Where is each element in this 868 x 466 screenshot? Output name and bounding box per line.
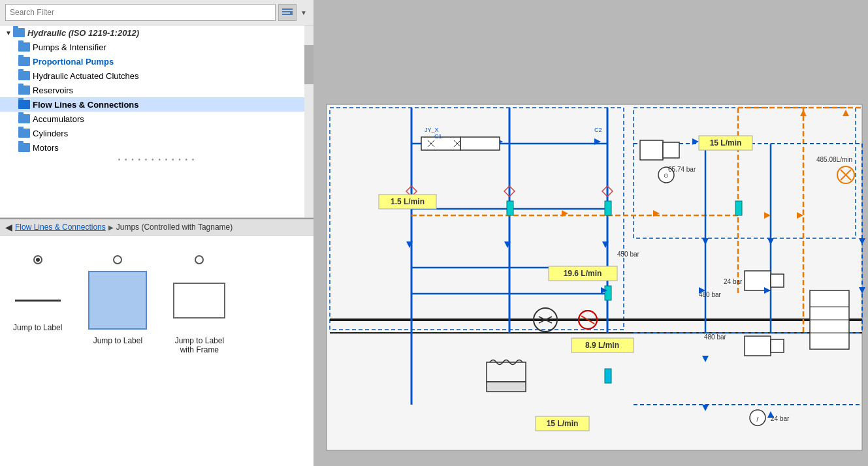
- svg-rect-73: [771, 274, 784, 287]
- dropdown-arrow[interactable]: ▼: [299, 4, 308, 21]
- svg-text:8.9 L/min: 8.9 L/min: [585, 341, 619, 350]
- symbol-blue-shape: [88, 271, 147, 330]
- symbol-item-line[interactable]: Jump to Label: [13, 255, 62, 332]
- svg-text:1.5 L/min: 1.5 L/min: [391, 197, 425, 206]
- svg-rect-41: [460, 137, 500, 150]
- right-panel: ⊙ ƒ JY_X C1 C2 1.5 L/min 15 L/min: [313, 0, 868, 466]
- svg-rect-51: [507, 201, 513, 215]
- diagram-svg: ⊙ ƒ JY_X C1 C2 1.5 L/min 15 L/min: [313, 0, 868, 466]
- svg-text:ƒ: ƒ: [756, 416, 759, 422]
- folder-icon-clutches: [18, 70, 30, 81]
- tree-root-label: Hydraulic (ISO 1219-1:2012): [27, 28, 139, 38]
- symbol-empty-shape: [173, 283, 225, 318]
- svg-text:⊙: ⊙: [664, 172, 669, 179]
- tree-item-accumulators[interactable]: Accumulators: [0, 112, 313, 126]
- breadcrumb-part2: Jumps (Controlled with Tagname): [116, 223, 233, 232]
- tree-item-label: Flow Lines & Connections: [33, 100, 139, 110]
- tree-item-cylinders[interactable]: Cylinders: [0, 126, 313, 140]
- tree-item-label: Hydraulic Actuated Clutches: [33, 71, 139, 81]
- svg-rect-74: [745, 336, 771, 356]
- folder-icon-proportional: [18, 56, 30, 67]
- svg-rect-54: [605, 286, 611, 300]
- breadcrumb-sep: ▶: [108, 224, 114, 231]
- scrollbar-thumb[interactable]: [304, 45, 313, 84]
- svg-rect-53: [735, 201, 742, 215]
- symbol-line-shape: [15, 300, 61, 302]
- tree-area: ▼ Hydraulic (ISO 1219-1:2012) Pumps & In…: [0, 25, 313, 218]
- tree-item-clutches[interactable]: Hydraulic Actuated Clutches: [0, 69, 313, 83]
- symbol-label-line: Jump to Label: [13, 323, 62, 332]
- svg-text:15 L/min: 15 L/min: [547, 419, 579, 428]
- breadcrumb-part1: Flow Lines & Connections: [15, 223, 106, 232]
- left-panel: ▼ ▼ Hydraulic (ISO 1219-1:2012) Pumps & …: [0, 0, 313, 466]
- tree-item-label: Accumulators: [33, 114, 84, 124]
- search-area: ▼: [0, 0, 313, 25]
- dots-separator: • • • • • • • • • • • •: [0, 155, 313, 164]
- svg-rect-3: [290, 12, 293, 14]
- symbol-item-blue-box[interactable]: Jump to Label: [88, 255, 147, 345]
- svg-rect-47: [663, 142, 679, 158]
- symbol-radio-blue[interactable]: [113, 255, 122, 264]
- symbols-area: Jump to Label Jump to Label Jump to Labe…: [0, 236, 313, 466]
- symbol-radio-empty[interactable]: [195, 255, 204, 264]
- svg-text:480 bar: 480 bar: [704, 334, 727, 341]
- svg-text:C2: C2: [594, 127, 602, 133]
- svg-rect-55: [605, 369, 611, 383]
- svg-text:15 L/min: 15 L/min: [710, 138, 742, 148]
- svg-text:485.08L/min: 485.08L/min: [816, 156, 852, 163]
- folder-icon-flowlines: [18, 99, 30, 110]
- folder-icon-motors: [18, 142, 30, 153]
- symbol-label-blue: Jump to Label: [93, 336, 142, 345]
- back-arrow[interactable]: ◀: [5, 222, 12, 232]
- symbol-radio-line[interactable]: [33, 255, 42, 264]
- tree-item-motors[interactable]: Motors: [0, 140, 313, 155]
- svg-text:24 bar: 24 bar: [771, 415, 790, 422]
- tree-item-reservoirs[interactable]: Reservoirs: [0, 83, 313, 97]
- folder-icon-pumps: [18, 42, 30, 52]
- bottom-panel: ◀ Flow Lines & Connections ▶ Jumps (Cont…: [0, 218, 313, 466]
- symbol-item-empty-box[interactable]: Jump to Labelwith Frame: [173, 255, 225, 354]
- search-icon-btn[interactable]: [278, 4, 297, 21]
- tree-root[interactable]: ▼ Hydraulic (ISO 1219-1:2012): [0, 25, 313, 40]
- svg-rect-46: [640, 140, 663, 160]
- tree-item-label: Cylinders: [33, 129, 68, 138]
- svg-text:24 bar: 24 bar: [724, 278, 743, 285]
- root-folder-icon: [13, 27, 25, 38]
- tree-item-pumps[interactable]: Pumps & Intensifier: [0, 40, 313, 54]
- svg-text:C1: C1: [434, 133, 442, 140]
- svg-rect-0: [282, 8, 293, 10]
- collapse-icon: ▼: [5, 29, 12, 37]
- svg-text:JY_X: JY_X: [425, 127, 439, 133]
- list-icon: [282, 8, 293, 17]
- svg-text:480 bar: 480 bar: [699, 291, 722, 298]
- symbol-label-empty: Jump to Labelwith Frame: [175, 336, 224, 354]
- tree-item-label: Proportional Pumps: [33, 57, 114, 67]
- svg-text:450 bar: 450 bar: [617, 251, 640, 258]
- tree-item-flowlines[interactable]: Flow Lines & Connections: [0, 97, 313, 112]
- tree-item-label: Reservoirs: [33, 85, 73, 95]
- folder-icon-reservoirs: [18, 85, 30, 95]
- svg-text:19.6 L/min: 19.6 L/min: [564, 269, 602, 278]
- svg-rect-52: [605, 201, 611, 215]
- breadcrumb-bar: ◀ Flow Lines & Connections ▶ Jumps (Cont…: [0, 219, 313, 236]
- svg-rect-75: [771, 339, 784, 352]
- svg-text:65.74 bar: 65.74 bar: [668, 166, 696, 173]
- tree-item-proportional[interactable]: Proportional Pumps: [0, 54, 313, 69]
- tree-item-label: Pumps & Intensifier: [33, 42, 106, 52]
- folder-icon-cylinders: [18, 128, 30, 138]
- folder-icon-accumulators: [18, 114, 30, 124]
- svg-rect-72: [745, 271, 771, 290]
- scrollbar-track[interactable]: [304, 25, 313, 217]
- search-input[interactable]: [5, 4, 276, 21]
- svg-rect-65: [487, 382, 526, 392]
- tree-item-label: Motors: [33, 143, 59, 153]
